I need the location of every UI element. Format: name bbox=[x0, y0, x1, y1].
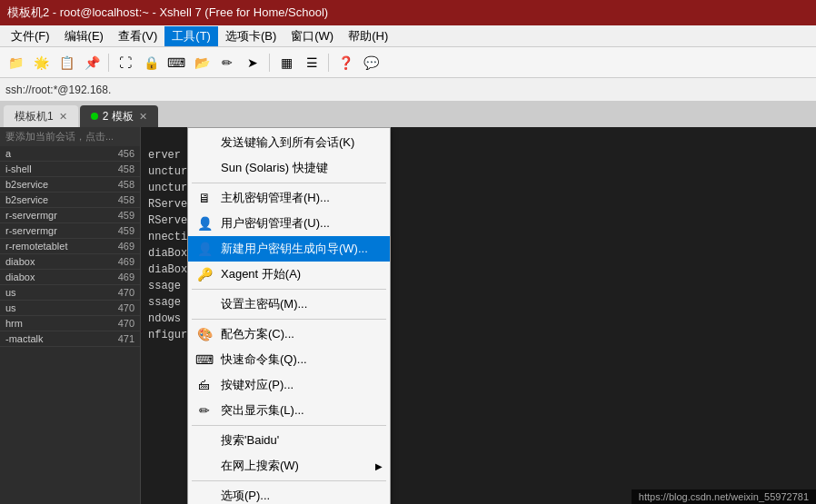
tab-machine2[interactable]: 2 模板 ✕ bbox=[80, 105, 158, 127]
menu-help[interactable]: 帮助(H) bbox=[341, 26, 395, 46]
title-bar: 模板机2 - root@localhost:~ - Xshell 7 (Free… bbox=[0, 0, 816, 25]
xagent-label: Xagent 开始(A) bbox=[221, 266, 301, 282]
menu-tools[interactable]: 工具(T) bbox=[164, 26, 218, 46]
tab-machine1[interactable]: 模板机1 ✕ bbox=[4, 105, 78, 127]
menu-item-new-key-wizard[interactable]: 👤 新建用户密钥生成向导(W)... bbox=[188, 236, 390, 262]
menu-item-web-search[interactable]: 在网上搜索(W) ▶ bbox=[188, 453, 390, 479]
menu-edit[interactable]: 编辑(E) bbox=[57, 26, 111, 46]
title-text: 模板机2 - root@localhost:~ - Xshell 7 (Free… bbox=[7, 5, 328, 21]
toolbar-sep1 bbox=[108, 54, 109, 72]
process-item: us470 bbox=[0, 285, 140, 301]
color-scheme-icon: 🎨 bbox=[195, 325, 214, 343]
menu-item-search-baidu[interactable]: 搜索'Baidu' bbox=[188, 428, 390, 453]
toolbar-fullscreen-btn[interactable]: ⛶ bbox=[114, 51, 137, 74]
toolbar-open-btn[interactable]: 🌟 bbox=[29, 51, 53, 74]
color-scheme-label: 配色方案(C)... bbox=[221, 326, 294, 342]
menu-item-send-key[interactable]: 发送键输入到所有会话(K) bbox=[188, 130, 390, 155]
toolbar-copy-btn[interactable]: 📋 bbox=[55, 51, 78, 74]
status-url: https://blog.csdn.net/weixin_55972781 bbox=[639, 491, 809, 502]
process-item: b2service458 bbox=[0, 177, 140, 193]
menu-item-host-key[interactable]: 🖥 主机密钥管理者(H)... bbox=[188, 185, 390, 211]
highlight-icon: ✏ bbox=[195, 401, 214, 420]
toolbar: 📁 🌟 📋 📌 ⛶ 🔒 ⌨ 📂 ✏ ➤ ▦ ☰ ❓ 💬 bbox=[0, 47, 816, 78]
sep1 bbox=[192, 183, 386, 183]
menu-file[interactable]: 文件(F) bbox=[4, 26, 57, 46]
user-key-label: 用户密钥管理者(U)... bbox=[221, 215, 330, 232]
tools-dropdown-menu: 发送键输入到所有会话(K) Sun (Solaris) 快捷键 🖥 主机密钥管理… bbox=[187, 127, 391, 504]
host-key-icon: 🖥 bbox=[195, 189, 214, 207]
new-key-wizard-label: 新建用户密钥生成向导(W)... bbox=[221, 241, 368, 257]
process-item: r-servermgr459 bbox=[0, 208, 140, 223]
menu-view[interactable]: 查看(V) bbox=[111, 26, 164, 46]
sep2 bbox=[192, 289, 386, 290]
toolbar-sep2 bbox=[269, 54, 270, 72]
main-area: 要添加当前会话，点击... a456 i-shell458 b2service4… bbox=[0, 127, 816, 504]
toolbar-arrow-btn[interactable]: ➤ bbox=[241, 51, 264, 74]
menu-item-options[interactable]: 选项(P)... bbox=[188, 483, 390, 504]
session-hint: 要添加当前会话，点击... bbox=[5, 131, 114, 142]
submenu-arrow-icon: ▶ bbox=[375, 461, 383, 471]
menu-bar: 文件(F) 编辑(E) 查看(V) 工具(T) 选项卡(B) 窗口(W) 帮助(… bbox=[0, 25, 816, 47]
menu-tabs[interactable]: 选项卡(B) bbox=[218, 26, 284, 46]
toolbar-edit2-btn[interactable]: ✏ bbox=[215, 51, 239, 74]
process-item: a456 bbox=[0, 146, 140, 162]
menu-item-set-password[interactable]: 设置主密码(M)... bbox=[188, 292, 390, 317]
xagent-icon: 🔑 bbox=[195, 265, 214, 283]
tab-bar: 模板机1 ✕ 2 模板 ✕ bbox=[0, 102, 816, 127]
toolbar-keyboard-btn[interactable]: ⌨ bbox=[164, 51, 188, 74]
process-list: 要添加当前会话，点击... a456 i-shell458 b2service4… bbox=[0, 127, 141, 504]
sep4 bbox=[192, 425, 386, 426]
toolbar-grid-btn[interactable]: ▦ bbox=[274, 51, 298, 74]
menu-item-sun-key[interactable]: Sun (Solaris) 快捷键 bbox=[188, 155, 390, 181]
process-item: diabox469 bbox=[0, 254, 140, 270]
key-map-label: 按键对应(P)... bbox=[221, 377, 294, 393]
process-item: b2service458 bbox=[0, 193, 140, 208]
tab-close-icon[interactable]: ✕ bbox=[59, 111, 67, 123]
toolbar-transfer-btn[interactable]: 📂 bbox=[190, 51, 214, 74]
quick-cmd-label: 快速命令集(Q)... bbox=[221, 351, 307, 368]
process-item: -mactalk471 bbox=[0, 331, 140, 347]
key-map-icon: 🖮 bbox=[195, 376, 214, 394]
new-key-icon: 👤 bbox=[195, 240, 214, 258]
set-password-label: 设置主密码(M)... bbox=[221, 296, 307, 312]
status-bar: https://blog.csdn.net/weixin_55972781 bbox=[632, 489, 816, 504]
process-item: diabox469 bbox=[0, 270, 140, 285]
host-key-label: 主机密钥管理者(H)... bbox=[221, 190, 330, 206]
menu-item-user-key[interactable]: 👤 用户密钥管理者(U)... bbox=[188, 211, 390, 236]
sun-key-label: Sun (Solaris) 快捷键 bbox=[221, 160, 328, 176]
tab-close2-icon[interactable]: ✕ bbox=[139, 111, 147, 123]
process-item: i-shell458 bbox=[0, 162, 140, 177]
send-key-label: 发送键输入到所有会话(K) bbox=[221, 134, 354, 151]
tab-machine2-label: 2 模板 bbox=[103, 109, 134, 124]
menu-item-quick-cmd[interactable]: ⌨ 快速命令集(Q)... bbox=[188, 347, 390, 372]
address-bar: ssh://root:*@192.168. bbox=[0, 78, 816, 102]
process-item: us470 bbox=[0, 301, 140, 316]
process-item: r-remotetablet469 bbox=[0, 239, 140, 254]
user-key-icon: 👤 bbox=[195, 214, 214, 232]
address-text: ssh://root:*@192.168. bbox=[5, 84, 111, 96]
menu-item-xagent[interactable]: 🔑 Xagent 开始(A) bbox=[188, 262, 390, 287]
toolbar-help-btn[interactable]: ❓ bbox=[333, 51, 357, 74]
menu-item-key-map[interactable]: 🖮 按键对应(P)... bbox=[188, 372, 390, 398]
menu-item-highlight[interactable]: ✏ 突出显示集(L)... bbox=[188, 398, 390, 423]
process-item: hrm470 bbox=[0, 316, 140, 331]
highlight-label: 突出显示集(L)... bbox=[221, 402, 304, 419]
tab-active-dot bbox=[91, 113, 98, 120]
tab-machine1-label: 模板机1 bbox=[15, 109, 54, 124]
toolbar-lock-btn[interactable]: 🔒 bbox=[139, 51, 163, 74]
sep5 bbox=[192, 480, 386, 481]
menu-item-color-scheme[interactable]: 🎨 配色方案(C)... bbox=[188, 321, 390, 347]
quick-cmd-icon: ⌨ bbox=[195, 351, 214, 369]
toolbar-paste-btn[interactable]: 📌 bbox=[80, 51, 104, 74]
search-baidu-label: 搜索'Baidu' bbox=[221, 432, 279, 449]
toolbar-sep3 bbox=[328, 54, 329, 72]
sep3 bbox=[192, 319, 386, 320]
web-search-label: 在网上搜索(W) bbox=[221, 458, 299, 474]
process-item: r-servermgr459 bbox=[0, 223, 140, 239]
toolbar-list-btn[interactable]: ☰ bbox=[300, 51, 323, 74]
options-label: 选项(P)... bbox=[221, 488, 270, 504]
menu-window[interactable]: 窗口(W) bbox=[284, 26, 341, 46]
toolbar-new-btn[interactable]: 📁 bbox=[4, 51, 27, 74]
toolbar-chat-btn[interactable]: 💬 bbox=[359, 51, 383, 74]
